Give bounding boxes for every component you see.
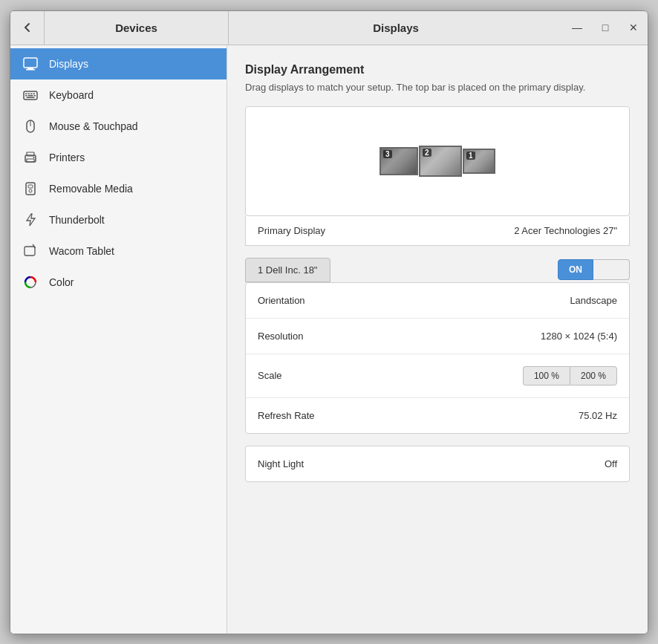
refresh-row: Refresh Rate 75.02 Hz [246, 398, 629, 433]
sidebar-item-displays[interactable]: Displays [10, 48, 227, 79]
orientation-row: Orientation Landscape [246, 283, 629, 319]
titlebar: Devices Displays — □ ✕ [10, 11, 648, 45]
display-svg [23, 56, 38, 71]
main-content: Display Arrangement Drag displays to mat… [227, 45, 648, 634]
main-title: Displays [229, 11, 563, 45]
wacom-icon [22, 243, 39, 259]
content-area: Displays Keyboard [10, 45, 648, 634]
app-window: Devices Displays — □ ✕ Displays [10, 10, 648, 634]
svg-rect-0 [24, 58, 37, 68]
sidebar-label-color: Color [49, 276, 74, 288]
sidebar-item-color[interactable]: Color [10, 267, 227, 298]
sidebar-item-wacom[interactable]: Wacom Tablet [10, 235, 227, 267]
orientation-label: Orientation [258, 295, 570, 306]
toggle-switch[interactable]: ON [558, 259, 630, 280]
svg-rect-8 [25, 95, 27, 97]
close-button[interactable]: ✕ [619, 10, 648, 45]
toggle-off-part[interactable] [593, 259, 630, 280]
settings-panel: Orientation Landscape Resolution 1280 × … [245, 282, 630, 434]
scale-buttons: 100 % 200 % [523, 366, 617, 386]
svg-point-20 [29, 189, 32, 192]
sidebar-item-thunderbolt[interactable]: Thunderbolt [10, 204, 227, 235]
sidebar-label-thunderbolt: Thunderbolt [49, 214, 105, 226]
svg-rect-10 [34, 95, 36, 97]
svg-rect-18 [26, 183, 35, 195]
scale-100-button[interactable]: 100 % [523, 366, 570, 386]
monitor-thumbnails: 3 2 1 [380, 146, 495, 177]
color-icon [22, 274, 39, 290]
monitor-num-2: 2 [423, 149, 431, 157]
refresh-label: Refresh Rate [258, 410, 579, 421]
removable-icon [22, 180, 39, 197]
monitor-thumb-1[interactable]: 1 [463, 149, 495, 174]
sidebar-label-displays: Displays [49, 58, 88, 70]
night-light-panel[interactable]: Night Light Off [245, 446, 630, 482]
night-light-value[interactable]: Off [605, 458, 617, 469]
printer-svg [23, 150, 38, 165]
svg-rect-1 [27, 68, 33, 69]
monitor-num-1: 1 [466, 152, 475, 160]
svg-rect-5 [28, 93, 30, 94]
displays-icon [22, 56, 39, 72]
svg-rect-21 [25, 247, 35, 256]
sidebar-label-removable: Removable Media [49, 183, 133, 195]
resolution-row: Resolution 1280 × 1024 (5:4) [246, 319, 629, 354]
monitor-thumb-2[interactable]: 2 [419, 146, 462, 177]
sidebar-item-printers[interactable]: Printers [10, 142, 227, 173]
arrangement-desc: Drag displays to match your setup. The t… [245, 81, 630, 94]
sidebar-label-keyboard: Keyboard [49, 89, 94, 101]
resolution-value[interactable]: 1280 × 1024 (5:4) [541, 331, 617, 342]
sidebar-label-wacom: Wacom Tablet [49, 245, 114, 257]
monitor-tab[interactable]: 1 Dell Inc. 18" [245, 258, 330, 282]
scale-row: Scale 100 % 200 % [246, 354, 629, 398]
svg-rect-9 [28, 95, 33, 97]
window-controls: — □ ✕ [563, 11, 648, 45]
monitor-selector-row: 1 Dell Inc. 18" ON [245, 258, 630, 282]
sidebar-item-removable[interactable]: Removable Media [10, 173, 227, 204]
sidebar-item-mouse[interactable]: Mouse & Touchpad [10, 111, 227, 142]
mouse-icon [22, 118, 39, 134]
night-light-row: Night Light Off [246, 446, 629, 481]
thunderbolt-icon [22, 212, 39, 228]
arrangement-title: Display Arrangement [245, 63, 630, 77]
resolution-label: Resolution [258, 331, 541, 342]
scale-200-button[interactable]: 200 % [570, 366, 617, 386]
svg-rect-11 [27, 97, 35, 98]
scale-label: Scale [258, 370, 523, 381]
svg-point-23 [34, 247, 36, 248]
monitor-num-3: 3 [383, 150, 392, 158]
maximize-button[interactable]: □ [591, 10, 619, 45]
keyboard-svg [23, 88, 38, 103]
svg-rect-19 [28, 185, 33, 188]
svg-rect-2 [26, 69, 35, 71]
svg-rect-7 [33, 93, 36, 94]
refresh-value[interactable]: 75.02 Hz [579, 410, 617, 421]
removable-svg [25, 181, 36, 196]
sidebar-item-keyboard[interactable]: Keyboard [10, 79, 227, 111]
sidebar-title: Devices [45, 11, 229, 45]
thunderbolt-svg [25, 212, 36, 227]
night-light-label: Night Light [258, 458, 605, 469]
keyboard-icon [22, 87, 39, 103]
sidebar: Displays Keyboard [10, 45, 227, 634]
sidebar-label-mouse: Mouse & Touchpad [49, 120, 138, 132]
primary-display-label: Primary Display [258, 225, 514, 236]
color-svg [23, 275, 38, 290]
monitor-thumb-3[interactable]: 3 [380, 147, 418, 175]
orientation-value[interactable]: Landscape [570, 295, 617, 306]
svg-rect-6 [30, 93, 33, 94]
back-button[interactable] [10, 11, 45, 45]
display-arrangement-box[interactable]: 3 2 1 [245, 106, 630, 216]
wacom-svg [23, 244, 38, 258]
monitor-tab-label: 1 Dell Inc. 18" [258, 264, 318, 276]
mouse-svg [24, 119, 37, 134]
printer-icon [22, 149, 39, 166]
primary-display-row: Primary Display 2 Acer Technologies 27" [245, 216, 630, 246]
minimize-button[interactable]: — [563, 10, 591, 45]
back-icon [22, 22, 33, 33]
svg-point-17 [33, 157, 35, 158]
main-title-text: Displays [373, 22, 419, 34]
svg-rect-4 [25, 93, 27, 94]
toggle-on-button[interactable]: ON [558, 259, 593, 280]
primary-display-value: 2 Acer Technologies 27" [514, 225, 617, 236]
